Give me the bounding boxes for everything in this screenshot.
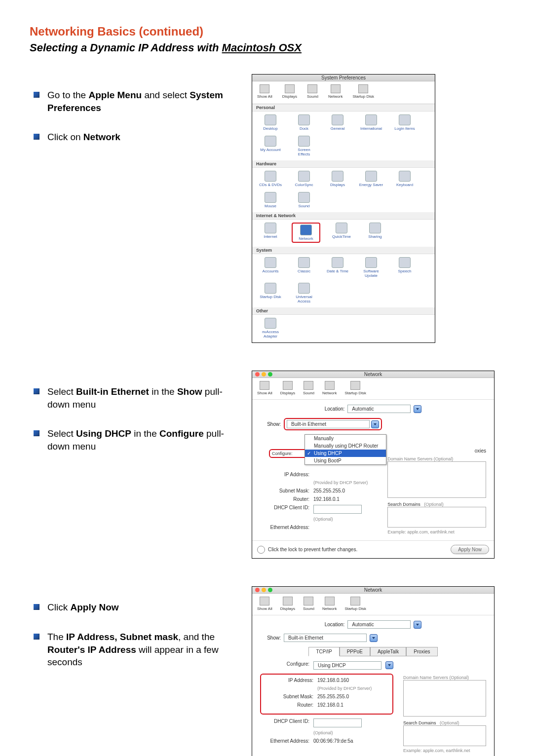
sysprefs-item-colorsync[interactable]: ColorSync (292, 171, 316, 187)
location-select[interactable]: Automatic (347, 620, 411, 629)
search-optional: (Optional) (424, 502, 444, 507)
toolbar-sound[interactable]: Sound (303, 597, 314, 611)
configure-opt-manual-dhcp[interactable]: Manually using DHCP Router (305, 442, 386, 450)
sysprefs-item-nvaccess-adapter[interactable]: nvAccess Adapter (258, 318, 283, 339)
sysprefs-item-universal-access[interactable]: Universal Access (292, 283, 316, 303)
sysprefs-item-sound[interactable]: Sound (292, 192, 316, 208)
sysprefs-item-sharing[interactable]: Sharing (363, 223, 387, 243)
sysprefs-item-desktop[interactable]: Desktop (258, 114, 283, 131)
toolbar-startup[interactable]: Startup Disk (344, 381, 366, 395)
configure-opt-bootp[interactable]: Using BootP (305, 457, 386, 464)
pref-label: Displays (325, 183, 350, 187)
example-text: Example: apple.com, earthlink.net (403, 748, 486, 753)
sysprefs-item-accounts[interactable]: Accounts (258, 257, 283, 278)
configure-opt-manually[interactable]: Manually (305, 435, 386, 442)
sysprefs-categories: PersonalDesktopDockGeneralInternationalL… (252, 104, 435, 342)
pref-label: Login Items (392, 126, 417, 131)
search-label: Search Domains (387, 502, 420, 507)
pref-icon (298, 257, 310, 268)
sysprefs-item-cds-dvds[interactable]: CDs & DVDs (258, 171, 283, 187)
toolbar-network[interactable]: Network (322, 597, 337, 611)
toolbar-displays[interactable]: Displays (280, 381, 295, 395)
router-value: 192.168.0.1 (313, 496, 340, 502)
show-select[interactable]: Built-in Ethernet (287, 420, 370, 428)
toolbar-network[interactable]: Network (328, 84, 343, 99)
sysprefs-item-date-time[interactable]: Date & Time (325, 257, 350, 278)
search-textarea[interactable] (403, 725, 486, 746)
sysprefs-item-keyboard[interactable]: Keyboard (392, 171, 417, 187)
pref-label: Universal Access (292, 295, 316, 303)
sysprefs-category-label: Personal (252, 104, 435, 112)
toolbar-showall[interactable]: Show All (257, 597, 272, 611)
tab-pppoe[interactable]: PPPoE (340, 647, 370, 656)
window-title: System Preferences (252, 75, 435, 81)
sysprefs-item-general[interactable]: General (325, 114, 350, 131)
chevron-down-icon[interactable] (414, 405, 421, 413)
sysprefs-item-mouse[interactable]: Mouse (258, 192, 283, 208)
toolbar-startup[interactable]: Startup Disk (344, 597, 366, 611)
chevron-down-icon[interactable] (414, 621, 421, 629)
toolbar-showall[interactable]: Show All (257, 381, 272, 395)
screenshot-network-configure: Network Show All Displays Sound Network … (252, 371, 495, 559)
location-label: Location: (325, 622, 345, 627)
dhcpid-note: (Optional) (313, 730, 333, 735)
tab-tcpip[interactable]: TCP/IP (308, 647, 339, 656)
sysprefs-item-screen-effects[interactable]: Screen Effects (292, 136, 316, 156)
sysprefs-item-speech[interactable]: Speech (392, 257, 417, 278)
toolbar-showall[interactable]: Show All (257, 84, 272, 99)
dns-label: Domain Name Servers (Optional) (403, 675, 486, 680)
configure-dropdown[interactable]: Manually Manually using DHCP Router Usin… (305, 434, 386, 465)
pref-icon (369, 223, 381, 233)
subtitle-underlined: Macintosh OSX (222, 41, 302, 54)
sysprefs-item-login-items[interactable]: Login Items (392, 114, 417, 131)
pref-label: Dock (292, 126, 316, 131)
sysprefs-toolbar: Show All Displays Sound Network Startup … (252, 81, 435, 104)
ip-note: (Provided by DHCP Server) (317, 686, 372, 691)
sysprefs-item-internet[interactable]: Internet (258, 223, 283, 243)
sysprefs-item-displays[interactable]: Displays (325, 171, 350, 187)
ip-value: 192.168.0.160 (317, 678, 349, 683)
lock-icon[interactable] (257, 546, 265, 554)
sysprefs-item-network[interactable]: Network (292, 223, 320, 243)
pref-label: General (325, 126, 350, 131)
pref-icon (265, 223, 276, 233)
pref-label: Internet (258, 234, 283, 239)
show-label: Show: (260, 421, 281, 427)
toolbar-network[interactable]: Network (322, 381, 337, 395)
tab-appletalk[interactable]: AppleTalk (370, 647, 406, 656)
dns-textarea[interactable] (387, 461, 486, 498)
sysprefs-item-classic[interactable]: Classic (292, 257, 316, 278)
pref-label: My Account (258, 148, 283, 152)
dhcpid-input[interactable] (313, 505, 362, 514)
location-select[interactable]: Automatic (347, 405, 411, 413)
tab-proxies[interactable]: Proxies (406, 647, 437, 656)
eth-value: 00:06:96:79:de:5a (313, 738, 353, 744)
chevron-down-icon[interactable] (370, 634, 378, 642)
toolbar-displays[interactable]: Displays (282, 84, 297, 99)
toolbar-sound[interactable]: Sound (307, 84, 318, 99)
configure-opt-using-dhcp[interactable]: Using DHCP (305, 450, 386, 457)
sysprefs-item-energy-saver[interactable]: Energy Saver (359, 171, 383, 187)
toolbar-displays[interactable]: Displays (280, 597, 295, 611)
toolbar-startup[interactable]: Startup Disk (352, 84, 374, 99)
pref-icon (265, 171, 276, 182)
apply-now-button[interactable]: Apply Now (451, 545, 489, 554)
sysprefs-item-startup-disk[interactable]: Startup Disk (258, 283, 283, 303)
pref-icon (298, 171, 310, 182)
sysprefs-item-quicktime[interactable]: QuickTime (329, 223, 354, 243)
sysprefs-item-international[interactable]: International (359, 114, 383, 131)
sysprefs-item-dock[interactable]: Dock (292, 114, 316, 131)
chevron-down-icon[interactable] (371, 420, 379, 428)
search-textarea[interactable] (387, 507, 486, 528)
sysprefs-item-software-update[interactable]: Software Update (359, 257, 383, 278)
show-select[interactable]: Built-in Ethernet (284, 634, 367, 642)
chevron-down-icon[interactable] (385, 661, 393, 669)
configure-select[interactable]: Using DHCP (313, 661, 381, 670)
section-subtitle: Selecting a Dynamic IP Address with Maci… (30, 41, 503, 54)
toolbar-sound[interactable]: Sound (303, 381, 314, 395)
dns-textarea[interactable] (403, 680, 486, 717)
pref-label: nvAccess Adapter (258, 330, 283, 339)
sysprefs-item-my-account[interactable]: My Account (258, 136, 283, 156)
window-title: Network (252, 587, 494, 593)
dhcpid-input[interactable] (313, 718, 362, 727)
